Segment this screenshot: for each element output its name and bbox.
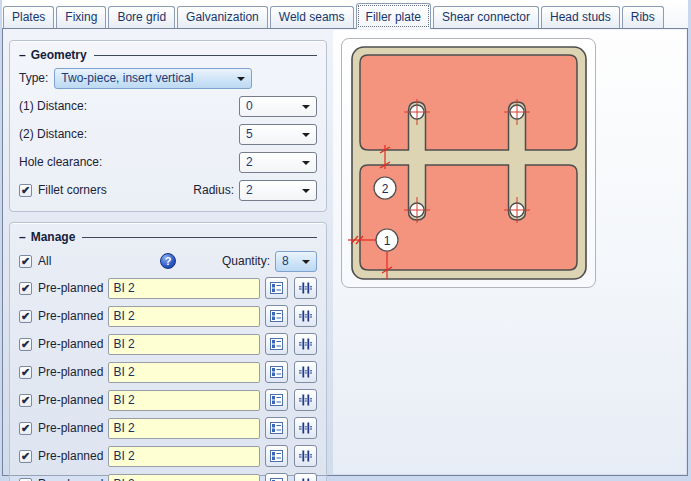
distance1-label: (1) Distance: [19,99,87,113]
check-icon: ✔ [21,283,30,294]
properties-button[interactable] [265,445,288,467]
drawing-canvas: 2 1 [341,38,596,288]
tab-plates[interactable]: Plates [3,6,54,28]
check-icon: ✔ [21,367,30,378]
spacing-icon [299,310,312,322]
check-icon: ✔ [21,311,30,322]
row-checkbox[interactable]: ✔ [19,394,32,407]
type-label: Type: [19,71,48,85]
help-icon[interactable]: ? [160,253,176,269]
plate-name-input[interactable] [108,278,260,299]
tab-filler-plate[interactable]: Filler plate [356,3,431,29]
spacing-icon [299,366,312,378]
spacing-button[interactable] [294,277,317,299]
spacing-button[interactable] [294,333,317,355]
preplanned-row: ✔ Pre-planned [19,414,317,442]
spacing-button[interactable] [294,361,317,383]
row-checkbox[interactable]: ✔ [19,478,32,481]
row-checkbox[interactable]: ✔ [19,282,32,295]
collapse-icon[interactable]: – [19,48,26,62]
radius-value: 2 [246,183,253,197]
dimension-marker-1[interactable]: 1 [376,229,398,251]
spacing-button[interactable] [294,305,317,327]
row-label: Pre-planned [38,449,103,463]
type-row: Type: Two-piece, insert vertical [19,64,317,92]
preplanned-row: ✔ Pre-planned [19,274,317,302]
distance2-label: (2) Distance: [19,127,87,141]
tab-head-studs[interactable]: Head studs [541,6,620,28]
spacing-button[interactable] [294,417,317,439]
spacing-button[interactable] [294,445,317,467]
row-label: Pre-planned [38,365,103,379]
row-label: Pre-planned [38,393,103,407]
quantity-combobox[interactable]: 8 [275,251,317,272]
distance2-combobox[interactable]: 5 [239,124,317,145]
properties-button[interactable] [265,333,288,355]
spacing-button[interactable] [294,473,317,481]
filler-plate-drawing: 2 1 [342,39,595,287]
row-checkbox[interactable]: ✔ [19,338,32,351]
spacing-icon [299,450,312,462]
row-checkbox[interactable]: ✔ [19,422,32,435]
tab-bar: Plates Fixing Bore grid Galvanization We… [2,0,688,28]
row-label: Pre-planned [38,421,103,435]
manage-header: – Manage [19,228,317,246]
plate-name-input[interactable] [108,362,260,383]
check-icon: ✔ [21,423,30,434]
insert-top [360,55,577,150]
list-properties-icon [270,422,283,434]
plate-name-input[interactable] [108,306,260,327]
properties-button[interactable] [265,389,288,411]
quantity-label: Quantity: [222,254,270,268]
tab-content: 2 1 [2,28,688,476]
plate-name-input[interactable] [108,418,260,439]
tab-ribs[interactable]: Ribs [622,6,664,28]
row-checkbox[interactable]: ✔ [19,450,32,463]
row-checkbox[interactable]: ✔ [19,310,32,323]
row-checkbox[interactable]: ✔ [19,366,32,379]
hole-clearance-combobox[interactable]: 2 [239,152,317,173]
properties-button[interactable] [265,473,288,481]
quantity-value: 8 [282,254,289,268]
preplanned-row: ✔ Pre-planned [19,330,317,358]
properties-button[interactable] [265,305,288,327]
all-checkbox[interactable]: ✔ [19,255,32,268]
plate-name-input[interactable] [108,334,260,355]
plate-name-input[interactable] [108,390,260,411]
collapse-icon[interactable]: – [19,230,26,244]
properties-button[interactable] [265,417,288,439]
marker-1-label: 1 [384,234,391,248]
preplanned-row: ✔ Pre-planned [19,470,317,481]
chevron-down-icon [237,77,245,81]
chevron-down-icon [302,161,310,165]
list-properties-icon [270,310,283,322]
list-properties-icon [270,450,283,462]
tab-bore-grid[interactable]: Bore grid [108,6,175,28]
distance2-value: 5 [246,127,253,141]
spacing-button[interactable] [294,389,317,411]
fillet-corners-checkbox[interactable]: ✔ [19,184,32,197]
spacing-icon [299,338,312,350]
filler-plate-dialog: Plates Fixing Bore grid Galvanization We… [0,0,691,481]
plate-name-input[interactable] [108,474,260,481]
tab-weld-seams[interactable]: Weld seams [270,6,354,28]
tab-shear-connector[interactable]: Shear connector [433,6,539,28]
tab-galvanization[interactable]: Galvanization [177,6,268,28]
geometry-header: – Geometry [19,46,317,64]
distance1-value: 0 [246,99,253,113]
dimension-marker-2[interactable]: 2 [374,177,396,199]
distance1-combobox[interactable]: 0 [239,96,317,117]
tab-fixing[interactable]: Fixing [56,6,106,28]
check-icon: ✔ [21,256,30,267]
row-label: Pre-planned [38,281,103,295]
plate-name-input[interactable] [108,446,260,467]
spacing-icon [299,394,312,406]
type-combobox[interactable]: Two-piece, insert vertical [54,68,252,89]
properties-button[interactable] [265,361,288,383]
chevron-down-icon [302,260,310,264]
properties-button[interactable] [265,277,288,299]
marker-2-label: 2 [382,182,389,196]
hole-clearance-value: 2 [246,155,253,169]
radius-combobox[interactable]: 2 [239,180,317,201]
preview-area: 2 1 [333,30,686,474]
